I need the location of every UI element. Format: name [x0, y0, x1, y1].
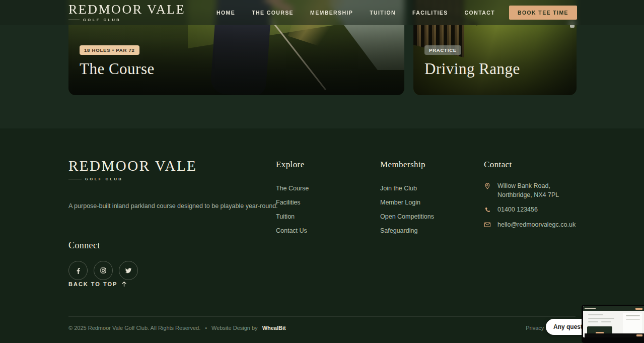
separator-dot: •	[205, 325, 207, 331]
chat-preview-thumbnail[interactable]	[582, 305, 644, 343]
nav-contact[interactable]: CONTACT	[465, 10, 495, 16]
footer-link-join-the-club[interactable]: Join the Club	[380, 181, 434, 195]
footer-logo-subtitle: GOLF CLUB	[85, 177, 123, 181]
logo-title: REDMOOR VALE	[68, 3, 185, 16]
phone-icon	[484, 206, 491, 213]
twitter-icon	[125, 267, 132, 274]
credit-text: Website Design by	[211, 325, 258, 331]
instagram-button[interactable]	[94, 261, 113, 280]
footer-logo-title: REDMOOR VALE	[68, 158, 280, 174]
main-nav: HOME THE COURSE MEMBERSHIP TUITION FACIL…	[217, 6, 577, 20]
whealbit-link[interactable]: WhealBit	[262, 325, 286, 331]
chat-preview-line	[588, 318, 614, 319]
privacy-link[interactable]: Privacy	[526, 325, 544, 331]
footer-tagline: A purpose-built inland parkland course d…	[68, 201, 280, 211]
membership-heading: Membership	[380, 160, 434, 170]
footer-connect: Connect	[68, 240, 138, 280]
back-to-top-label: BACK TO TOP	[68, 281, 117, 287]
location-pin-icon	[484, 182, 491, 190]
footer-divider	[68, 316, 576, 317]
course-card-title: The Course	[80, 60, 155, 78]
back-to-top-button[interactable]: BACK TO TOP	[68, 281, 127, 287]
contact-email: hello@redmoorvalegc.co.uk	[497, 221, 576, 230]
course-badge: 18 HOLES • PAR 72	[80, 45, 139, 55]
footer-col-explore: Explore The Course Facilities Tuition Co…	[276, 160, 309, 238]
footer-link-the-course[interactable]: The Course	[276, 181, 309, 195]
facebook-icon	[75, 267, 82, 274]
chat-preview-logo	[585, 308, 596, 309]
footer-link-member-login[interactable]: Member Login	[380, 195, 434, 210]
book-tee-time-button[interactable]: BOOK TEE TIME	[509, 6, 577, 20]
contact-phone-row[interactable]: 01400 123456	[484, 205, 578, 215]
footer-link-open-competitions[interactable]: Open Competitions	[380, 210, 434, 224]
footer-col-contact: Contact Willow Bank Road, Northbridge, N…	[484, 160, 578, 229]
nav-the-course[interactable]: THE COURSE	[252, 10, 294, 16]
chat-preview-footer-button	[636, 334, 642, 336]
chat-preview-line	[601, 321, 611, 322]
footer-logo-rule	[68, 179, 82, 179]
nav-tuition[interactable]: TUITION	[370, 10, 396, 16]
chat-preview-cta	[635, 308, 642, 310]
contact-heading: Contact	[484, 160, 578, 170]
footer-col-membership: Membership Join the Club Member Login Op…	[380, 160, 434, 238]
email-icon	[484, 221, 491, 228]
footer-brand: REDMOOR VALE GOLF CLUB A purpose-built i…	[68, 158, 280, 211]
footer-bottom-bar: © 2025 Redmoor Vale Golf Club. All Right…	[68, 325, 577, 331]
nav-home[interactable]: HOME	[217, 10, 235, 16]
contact-phone: 01400 123456	[497, 205, 538, 215]
twitter-button[interactable]	[119, 261, 138, 280]
logo-rule	[68, 20, 80, 20]
explore-heading: Explore	[276, 160, 309, 170]
chat-preview-line	[626, 315, 640, 316]
footer-link-safeguarding[interactable]: Safeguarding	[380, 224, 434, 238]
footer-link-tuition[interactable]: Tuition	[276, 210, 309, 224]
footer-link-facilities[interactable]: Facilities	[276, 195, 309, 210]
chat-preview-footer	[585, 333, 644, 337]
arrow-up-icon	[121, 281, 127, 287]
site-footer: REDMOOR VALE GOLF CLUB A purpose-built i…	[0, 128, 644, 343]
footer-link-contact-us[interactable]: Contact Us	[276, 224, 309, 238]
contact-address: Willow Bank Road, Northbridge, NX4 7PL	[497, 182, 578, 199]
chat-preview-header	[583, 306, 644, 311]
header-logo[interactable]: REDMOOR VALE GOLF CLUB	[68, 3, 185, 22]
instagram-icon	[100, 267, 107, 274]
nav-membership[interactable]: MEMBERSHIP	[310, 10, 353, 16]
chat-preview-line	[588, 314, 603, 315]
contact-address-row: Willow Bank Road, Northbridge, NX4 7PL	[484, 182, 578, 199]
range-card-title: Driving Range	[424, 60, 520, 78]
connect-heading: Connect	[68, 240, 138, 251]
nav-facilities[interactable]: FACILITIES	[412, 10, 448, 16]
site-header: REDMOOR VALE GOLF CLUB HOME THE COURSE M…	[0, 0, 644, 25]
chat-preview-line	[588, 321, 598, 322]
chat-preview-page	[583, 306, 644, 337]
range-badge: PRACTICE	[424, 45, 461, 55]
chat-preview-line	[626, 319, 640, 320]
copyright-text: © 2025 Redmoor Vale Golf Club. All Right…	[68, 325, 200, 331]
logo-subtitle: GOLF CLUB	[83, 18, 121, 22]
contact-email-row[interactable]: hello@redmoorvalegc.co.uk	[484, 221, 578, 230]
facebook-button[interactable]	[68, 261, 88, 280]
